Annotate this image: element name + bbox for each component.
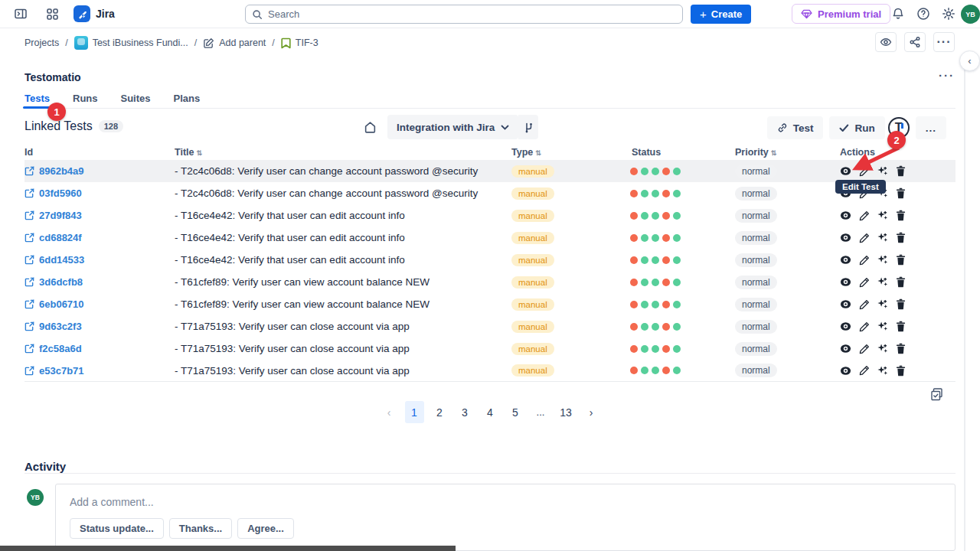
global-search[interactable]	[245, 5, 683, 24]
view-test-icon[interactable]	[840, 254, 851, 266]
delete-test-icon[interactable]	[895, 232, 906, 243]
ai-sparkles-icon[interactable]	[877, 298, 888, 310]
column-header-status[interactable]: Status	[632, 147, 735, 158]
breadcrumb-project[interactable]: Test iBusiness Fundi...	[74, 36, 188, 50]
tab-tests[interactable]: Tests	[24, 93, 50, 108]
delete-test-icon[interactable]	[895, 210, 906, 221]
test-id-link[interactable]: 03fd5960	[24, 187, 175, 199]
quick-reply-button[interactable]: Agree...	[237, 518, 294, 539]
tab-suites[interactable]: Suites	[121, 93, 151, 108]
delete-test-icon[interactable]	[895, 343, 906, 354]
delete-test-icon[interactable]	[895, 321, 906, 332]
report-clipboard-icon[interactable]	[929, 387, 944, 402]
ai-sparkles-icon[interactable]	[877, 254, 888, 266]
tab-runs[interactable]: Runs	[73, 93, 98, 108]
link-test-button[interactable]: Test	[767, 116, 824, 139]
panel-actions-more-button[interactable]: ...	[916, 116, 946, 139]
delete-test-icon[interactable]	[895, 365, 906, 377]
tab-plans[interactable]: Plans	[174, 93, 201, 108]
test-id-link[interactable]: 27d9f843	[24, 210, 175, 221]
edit-test-icon[interactable]	[858, 298, 870, 310]
collapse-panel-button[interactable]: ‹	[959, 51, 980, 71]
jira-home-link[interactable]: Jira	[74, 5, 115, 22]
pagination-page-2[interactable]: 2	[430, 401, 449, 423]
edit-test-icon[interactable]	[858, 210, 870, 221]
sidebar-toggle-icon[interactable]	[11, 4, 31, 24]
edit-test-icon[interactable]	[858, 276, 870, 288]
edit-test-icon[interactable]	[858, 254, 870, 266]
status-dots	[630, 301, 735, 308]
breadcrumb-projects[interactable]: Projects	[24, 37, 59, 48]
comment-input[interactable]	[70, 496, 941, 508]
pagination-prev[interactable]: ‹	[380, 401, 399, 423]
view-test-icon[interactable]	[840, 276, 851, 288]
view-test-icon[interactable]	[840, 298, 851, 310]
edit-test-icon[interactable]	[858, 321, 870, 332]
git-branch-icon[interactable]	[518, 115, 538, 139]
test-id-link[interactable]: 3d6dcfb8	[24, 276, 175, 288]
view-test-icon[interactable]	[840, 165, 851, 177]
ai-sparkles-icon[interactable]	[877, 365, 888, 377]
test-id-link[interactable]: 8962b4a9	[24, 165, 175, 177]
diamond-icon	[801, 9, 812, 19]
test-id-link[interactable]: 9d63c2f3	[24, 321, 175, 332]
view-test-icon[interactable]	[840, 232, 851, 243]
settings-gear-icon[interactable]	[939, 4, 959, 24]
edit-test-icon[interactable]	[858, 365, 870, 377]
panel-more-icon[interactable]: ···	[939, 69, 955, 82]
edit-test-icon[interactable]	[858, 165, 870, 177]
edit-test-icon[interactable]	[858, 232, 870, 243]
column-header-id[interactable]: Id	[24, 147, 175, 158]
test-id-link[interactable]: f2c58a6d	[24, 343, 175, 354]
test-id-link[interactable]: e53c7b71	[24, 365, 175, 377]
more-actions-icon[interactable]: ···	[933, 32, 955, 52]
pagination-page-13[interactable]: 13	[557, 401, 576, 423]
run-button[interactable]: Run	[829, 116, 884, 139]
edit-test-icon[interactable]	[858, 343, 870, 354]
test-id-link[interactable]: cd68824f	[24, 232, 175, 243]
column-header-title[interactable]: Title⇅	[175, 147, 511, 158]
premium-trial-button[interactable]: Premium trial	[792, 4, 890, 24]
pagination-page-5[interactable]: 5	[506, 401, 525, 423]
breadcrumb-issue-key[interactable]: TIF-3	[281, 37, 318, 49]
ai-sparkles-icon[interactable]	[877, 232, 888, 243]
delete-test-icon[interactable]	[895, 298, 906, 310]
branch-dropdown[interactable]: Integration with Jira	[387, 115, 518, 139]
watch-icon[interactable]	[875, 32, 897, 52]
view-test-icon[interactable]	[840, 343, 851, 354]
test-id-link[interactable]: 6eb06710	[24, 298, 175, 310]
pagination-next[interactable]: ›	[582, 401, 601, 423]
test-title: - T16ce4e42: Verify that user can edit a…	[175, 254, 511, 266]
user-avatar[interactable]: YB	[961, 5, 980, 24]
share-icon[interactable]	[904, 32, 926, 52]
search-input[interactable]	[268, 8, 676, 20]
ai-sparkles-icon[interactable]	[877, 210, 888, 221]
notifications-icon[interactable]	[888, 4, 908, 24]
delete-test-icon[interactable]	[895, 254, 906, 266]
ai-sparkles-icon[interactable]	[877, 165, 888, 177]
delete-test-icon[interactable]	[895, 165, 906, 177]
delete-test-icon[interactable]	[895, 276, 906, 288]
quick-reply-button[interactable]: Status update...	[70, 518, 164, 539]
help-icon[interactable]	[913, 4, 933, 24]
add-parent-button[interactable]: Add parent	[203, 37, 266, 49]
column-header-priority[interactable]: Priority⇅	[735, 147, 840, 158]
ai-sparkles-icon[interactable]	[877, 276, 888, 288]
view-test-icon[interactable]	[840, 365, 851, 377]
delete-test-icon[interactable]	[895, 187, 906, 199]
view-test-icon[interactable]	[840, 210, 851, 221]
view-test-icon[interactable]	[840, 321, 851, 332]
ai-sparkles-icon[interactable]	[877, 343, 888, 354]
ai-sparkles-icon[interactable]	[877, 321, 888, 332]
test-title: - T16ce4e42: Verify that user can edit a…	[175, 232, 511, 243]
pagination-page-1[interactable]: 1	[405, 401, 424, 423]
column-header-type[interactable]: Type⇅	[511, 147, 632, 158]
status-dot-green	[641, 190, 648, 197]
quick-reply-button[interactable]: Thanks...	[169, 518, 232, 539]
create-button[interactable]: + Create	[691, 5, 751, 24]
app-switcher-icon[interactable]	[42, 4, 62, 24]
home-branch-icon[interactable]	[360, 117, 380, 137]
pagination-page-4[interactable]: 4	[481, 401, 500, 423]
pagination-page-3[interactable]: 3	[456, 401, 475, 423]
test-id-link[interactable]: 6dd14533	[24, 254, 175, 266]
